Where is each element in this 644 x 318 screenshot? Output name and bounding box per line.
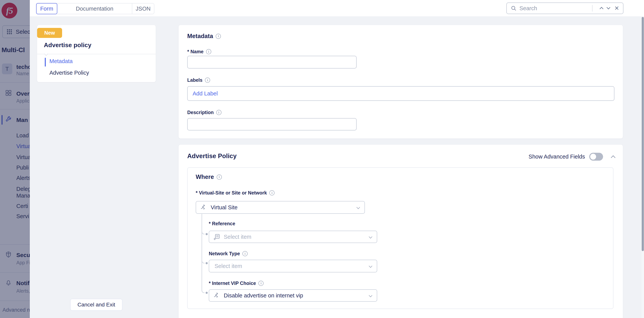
search-bar: ✕ <box>506 3 624 14</box>
name-input[interactable] <box>187 56 356 69</box>
metadata-info-icon[interactable]: i <box>216 34 221 39</box>
search-input[interactable] <box>520 5 591 12</box>
view-tabs: Form Documentation JSON <box>36 3 154 14</box>
network-type-label: Network Type <box>209 251 240 256</box>
where-info-icon[interactable]: i <box>217 174 222 180</box>
reference-label: * Reference <box>209 221 235 226</box>
scrollbar-track[interactable] <box>642 17 644 318</box>
where-subsection: Where i * Virtual-Site or Site or Networ… <box>187 167 614 309</box>
new-badge: New <box>37 28 62 38</box>
nav-item-advertise-policy[interactable]: Advertise Policy <box>50 70 89 76</box>
metadata-heading: Metadata <box>187 33 213 40</box>
tab-documentation[interactable]: Documentation <box>57 4 132 14</box>
modal-body: New Advertise policy Metadata Advertise … <box>30 17 644 318</box>
show-advanced-fields-toggle[interactable] <box>589 153 603 161</box>
network-type-dropdown[interactable]: Select item <box>209 260 377 272</box>
description-input[interactable] <box>187 118 356 130</box>
toggle-knob <box>590 154 596 160</box>
network-type-placeholder: Select item <box>214 263 242 269</box>
add-label-button[interactable]: Add Label <box>192 90 218 97</box>
labels-info-icon[interactable]: i <box>205 78 210 83</box>
network-type-info-icon[interactable]: i <box>242 251 248 256</box>
description-info-icon[interactable]: i <box>216 110 222 115</box>
chevron-down-icon <box>356 205 360 209</box>
modal-header: Form Documentation JSON ✕ <box>30 0 644 17</box>
site-choice-value: Virtual Site <box>211 204 238 211</box>
chevron-down-icon <box>369 293 372 297</box>
scrollbar-thumb[interactable] <box>642 17 644 251</box>
nav-divider <box>37 54 156 54</box>
internet-vip-dropdown[interactable]: Disable advertise on internet vip <box>209 289 377 302</box>
search-prev-icon[interactable] <box>600 7 604 11</box>
nav-item-metadata[interactable]: Metadata <box>50 58 73 65</box>
advertise-policy-heading: Advertise Policy <box>187 152 237 160</box>
nav-collapse-notch[interactable] <box>44 52 48 56</box>
site-choice-info-icon[interactable]: i <box>269 190 274 195</box>
search-divider <box>592 5 592 12</box>
name-label: * Name <box>187 49 204 55</box>
nav-active-bar <box>45 58 46 67</box>
form-title: Advertise policy <box>44 42 91 49</box>
advertise-policy-section: Advertise Policy Show Advanced Fields <box>178 145 623 318</box>
internet-vip-label: * Internet VIP Choice <box>209 280 256 286</box>
description-label: Description <box>187 110 214 115</box>
search-next-icon[interactable] <box>606 6 610 10</box>
reference-placeholder: Select item <box>224 234 251 240</box>
branch-icon <box>200 204 207 211</box>
where-heading: Where <box>196 174 214 180</box>
cancel-and-exit-button[interactable]: Cancel and Exit <box>70 299 122 311</box>
labels-label: Labels <box>187 77 202 83</box>
section-collapse-icon[interactable] <box>611 155 615 160</box>
advertise-policy-modal: Form Documentation JSON ✕ New Advertise … <box>30 0 644 318</box>
internet-vip-value: Disable advertise on internet vip <box>224 292 303 299</box>
select-item-icon <box>214 233 220 240</box>
show-advanced-fields-label: Show Advanced Fields <box>529 154 585 160</box>
internet-vip-info-icon[interactable]: i <box>258 281 264 286</box>
branch-icon <box>214 292 220 299</box>
modal-scrim[interactable] <box>0 0 30 318</box>
search-icon <box>510 5 517 11</box>
chevron-down-icon <box>369 264 372 268</box>
chevron-down-icon <box>369 235 372 238</box>
reference-dropdown[interactable]: Select item <box>209 231 377 243</box>
tab-json[interactable]: JSON <box>132 4 154 14</box>
name-info-icon[interactable]: i <box>206 49 211 54</box>
site-choice-dropdown[interactable]: Virtual Site <box>196 201 365 214</box>
metadata-section: Metadata i * Name i Labels i Add Label D… <box>178 25 623 139</box>
site-choice-label: * Virtual-Site or Site or Network <box>196 190 267 196</box>
form-nav-panel: New Advertise policy Metadata Advertise … <box>37 25 156 82</box>
tab-form[interactable]: Form <box>36 3 57 14</box>
search-close-icon[interactable]: ✕ <box>614 6 619 11</box>
labels-input[interactable]: Add Label <box>187 86 614 101</box>
